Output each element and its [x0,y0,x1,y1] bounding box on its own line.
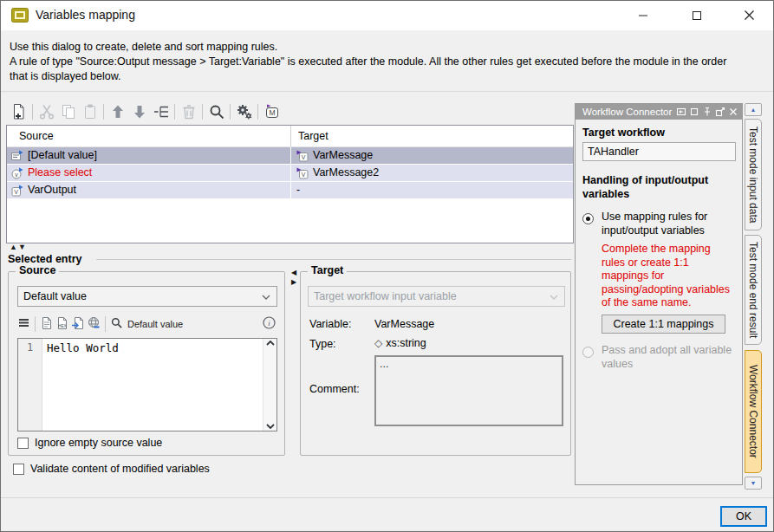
toolbar-separator [103,104,104,120]
column-header-source[interactable]: Source [7,126,291,146]
side-tabstrip: ▲ Test mode input data Test mode end res… [745,103,762,490]
toolbar-separator [230,104,231,120]
info-icon: i [263,316,276,329]
execution-order-button[interactable] [150,101,172,123]
variable-label: Variable: [309,318,351,330]
type-value: xs:string [386,337,426,349]
tab-test-mode-input-data[interactable]: Test mode input data [745,119,762,230]
module-mapping-button[interactable]: M [261,101,283,123]
toolbar-separator [174,104,175,120]
handling-heading: Handling of input/output variables [582,173,708,201]
doc-hex-icon: HEX [55,316,69,330]
ignore-empty-label: Ignore empty source value [35,437,162,449]
selected-entry-rule [96,259,571,260]
ignore-empty-checkbox-row: Ignore empty source value [17,437,162,449]
tabs-scroll-up-button[interactable]: ▲ [745,103,762,116]
toolbar-separator [257,104,258,120]
doc-import-button[interactable] [71,316,85,333]
search-value-button[interactable] [110,316,123,332]
execution-order-icon [153,103,170,120]
move-down-button[interactable] [128,101,150,123]
description-line-3: that is displayed below. [10,69,726,84]
target-type-dropdown: Target workflow input variable [308,286,565,307]
panel-close-icon[interactable] [728,107,738,117]
editor-content[interactable]: Hello World [42,339,263,431]
horizontal-splitter[interactable]: ▲▼ [10,243,27,251]
chevron-down-icon [262,295,270,300]
svg-text:i: i [268,319,270,328]
splitter-down-icon: ▼ [18,243,27,251]
target-workflow-field[interactable]: TAHandler [582,142,736,161]
var-output-icon: V [11,185,23,197]
format-menu-button[interactable] [17,316,30,332]
source-type-dropdown[interactable]: Default value [17,286,277,307]
table-row[interactable]: [Default value] V VarMessage [7,147,573,164]
search-button[interactable] [205,101,227,123]
globe-link-button[interactable] [87,316,101,333]
search-icon [208,103,225,120]
dialog-description: Use this dialog to create, delete and so… [10,40,726,84]
search-icon [110,316,123,329]
separator [1,91,773,92]
float-icon[interactable] [715,107,725,117]
restore-icon[interactable] [689,107,699,117]
copy-button[interactable] [57,101,79,123]
panel-title: Workflow Connector [582,107,672,117]
scroll-down-icon [266,424,275,429]
paste-icon [81,103,99,120]
tab-test-mode-end-result[interactable]: Test mode end result [745,235,762,345]
dock-icon[interactable] [676,107,686,117]
svg-text:V: V [302,172,306,178]
minimize-icon [638,10,648,21]
splitter-left-icon: ◀ [291,268,296,277]
doc-text-button[interactable] [40,316,54,333]
svg-text:V: V [14,189,18,195]
rule-target: VarMessage [313,147,373,164]
paste-button[interactable] [79,101,101,123]
move-up-button[interactable] [107,101,128,123]
info-button[interactable]: i [263,316,276,332]
source-type-value: Default value [23,290,87,302]
radio-dot [586,217,590,221]
doc-hex-button[interactable]: HEX [55,316,69,333]
rule-target: - [296,182,300,198]
mapping-rules-table: Source Target [Default value] V VarMessa… [6,125,574,243]
chevron-down-icon [550,295,558,300]
source-value-editor[interactable]: 1 Hello World [17,338,277,431]
settings-icon [236,103,253,120]
ok-button[interactable]: OK [720,506,767,527]
tabs-scroll-down-button[interactable]: ▼ [745,477,762,490]
editor-scrollbar[interactable] [263,339,276,431]
ignore-empty-checkbox[interactable] [17,438,29,449]
toolbar-separator [105,316,106,332]
svg-text:HEX: HEX [58,323,66,328]
globe-link-icon [87,316,101,330]
close-button[interactable] [731,1,767,29]
rule-source: [Default value] [28,147,97,164]
comment-box: ... [374,355,563,426]
table-row[interactable]: v Please select V VarMessage2 [7,165,573,181]
scroll-down-icon: ▼ [751,480,757,486]
validate-checkbox[interactable] [13,464,24,475]
splitter-right-icon: ▶ [291,277,296,287]
svg-text:M: M [269,108,275,117]
use-mapping-rules-radio[interactable] [582,213,594,224]
delete-button[interactable] [178,101,199,123]
settings-button[interactable] [233,101,255,123]
vertical-splitter[interactable]: ◀▶ [289,268,299,287]
cut-icon [38,103,55,120]
maximize-button[interactable] [679,1,715,29]
description-line-2: A rule of type "Source:Output message > … [10,55,726,69]
create-mappings-button[interactable]: Create 1:1 mappings [602,315,725,334]
use-mapping-rules-label: Use mapping rules for input/output varia… [602,210,707,237]
pin-icon[interactable] [702,107,712,117]
table-row[interactable]: V VarOutput - [7,182,573,198]
cut-button[interactable] [36,101,57,123]
new-rule-button[interactable] [8,101,29,123]
new-rule-icon [10,103,28,120]
target-type-value: Target workflow input variable [314,290,457,302]
scroll-up-icon [266,341,275,346]
column-header-target[interactable]: Target [291,126,328,146]
minimize-button[interactable] [625,1,661,29]
tab-workflow-connector[interactable]: Workflow Connector [745,350,762,473]
